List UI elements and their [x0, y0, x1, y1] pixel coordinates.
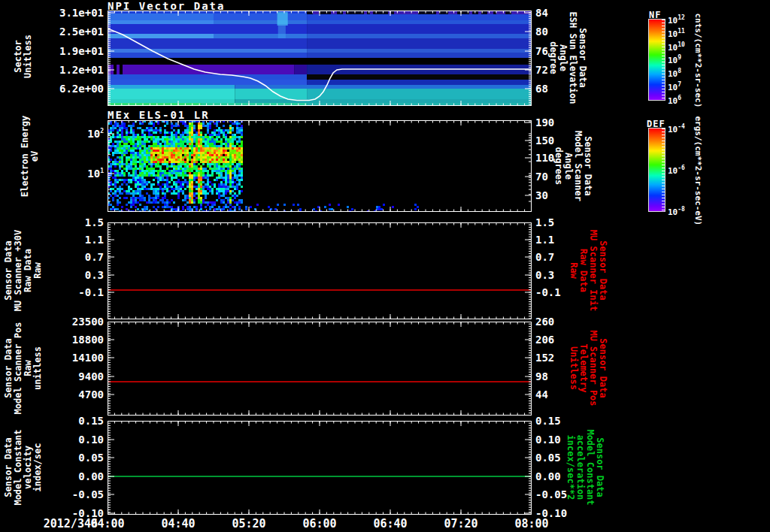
npi-spectrogram — [108, 11, 532, 106]
els-spectrogram — [108, 120, 532, 212]
p1-ytick: 1.9e+01 — [29, 45, 104, 57]
p4-right-axis-label: Sensor Data MU Scanner Pos Telemetry Uni… — [568, 322, 608, 416]
xtick-0720: 07:20 — [435, 517, 487, 530]
p1-ytick: 6.2e+00 — [29, 83, 104, 95]
nf-cb-tick: 1010 — [668, 41, 685, 53]
p1-right-axis-label: Sensor Data ESH Sun Elevation Angle degr… — [548, 11, 587, 106]
p1-ytick: 3.1e+01 — [29, 7, 104, 19]
nf-cb-tick: 1012 — [668, 14, 685, 26]
model-scanner-pos-plot — [108, 322, 532, 416]
def-cb-tick: 10-4 — [668, 123, 685, 135]
def-cb-tick: 10-8 — [668, 206, 685, 217]
p2-ytick: 102 — [29, 128, 104, 140]
xtick-0400: 04:00 — [81, 517, 134, 530]
nf-cb-tick: 108 — [668, 68, 681, 79]
def-colorbar-unit: ergs/(cm**2-sr-sec-eV) — [693, 116, 703, 222]
xtick-0600: 06:00 — [293, 517, 346, 530]
panel2-title: MEx ELS-01 LR — [108, 109, 210, 121]
nf-colorbar — [648, 19, 665, 101]
p2-right-axis-label: Sensor Data Model Scanner Angle degrees — [553, 120, 593, 212]
p1-left-axis-label: Sector Unitless — [14, 9, 33, 104]
p2-ytick: 101 — [29, 168, 104, 180]
nf-cb-tick: 1011 — [668, 28, 685, 39]
p5-left-axis-label: Sensor Data Model Constant velocity inde… — [4, 421, 43, 515]
plot-screen: NPI Vector Data MEx ELS-01 LR 3.1e+01 2.… — [0, 0, 770, 532]
nf-cb-tick: 106 — [668, 95, 681, 106]
p3-right-axis-label: Sensor Data MU Scanner Init Raw Data Raw — [568, 222, 608, 319]
p1-ytick: 2.5e+01 — [29, 26, 104, 38]
p3-left-axis-label: Sensor Data MU Scanner +30V Raw Data Raw — [4, 222, 43, 319]
def-colorbar — [648, 128, 665, 212]
xtick-0520: 05:20 — [223, 517, 275, 530]
xtick-0440: 04:40 — [152, 517, 205, 530]
p2-left-axis-label: Electron Energy eV — [20, 110, 40, 202]
nf-cb-tick: 109 — [668, 54, 681, 65]
def-cb-tick: 10-6 — [668, 165, 685, 176]
p1-ytick: 1.2e+01 — [29, 64, 104, 76]
nf-colorbar-unit: cnts/(cm**2-sr-sec) — [693, 14, 703, 104]
p4-left-axis-label: Sensor Data Model Scanner Pos Raw unitle… — [4, 322, 43, 416]
p5-right-axis-label: Sensor Data Model Constant acceleration … — [565, 421, 605, 515]
xtick-0800: 08:00 — [505, 517, 558, 530]
mu-scanner-30v-plot — [108, 222, 532, 319]
model-constant-velocity-plot — [108, 421, 532, 515]
xtick-0640: 06:40 — [364, 517, 417, 530]
nf-cb-tick: 107 — [668, 81, 681, 92]
